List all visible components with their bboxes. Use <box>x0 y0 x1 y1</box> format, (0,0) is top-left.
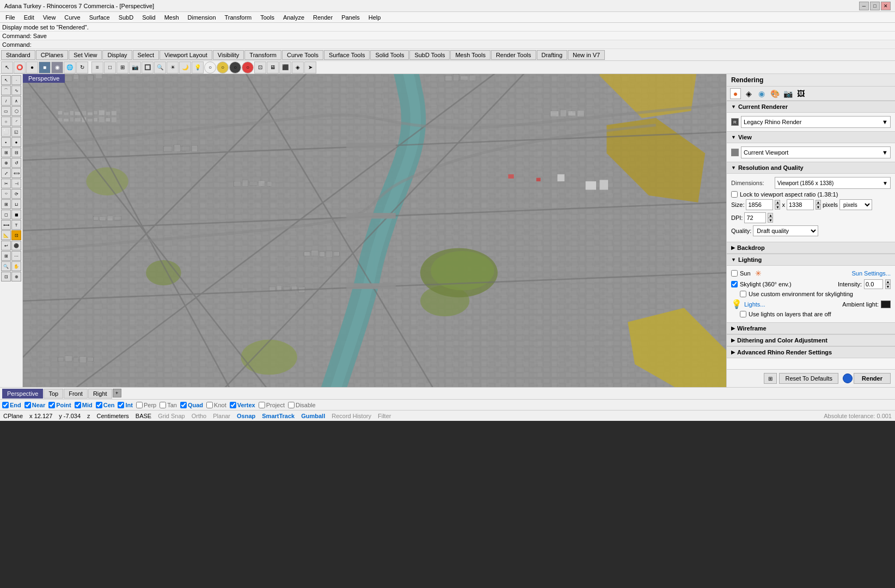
minimize-button[interactable]: ─ <box>859 2 869 10</box>
tab-solid-tools[interactable]: Solid Tools <box>370 50 409 60</box>
skylight-checkbox[interactable] <box>731 281 738 287</box>
polyline-tool[interactable]: ∧ <box>11 96 21 106</box>
tab-standard[interactable]: Standard <box>1 50 35 60</box>
smarttrack-label[interactable]: SmartTrack <box>262 413 295 419</box>
tab-transform[interactable]: Transform <box>244 50 281 60</box>
tab-new-v7[interactable]: New in V7 <box>568 50 605 60</box>
viewport-perspective-tab[interactable]: Perspective <box>23 74 65 83</box>
menu-subd[interactable]: SubD <box>115 13 137 22</box>
record-tool[interactable]: ⚫ <box>11 241 21 250</box>
monitor-icon[interactable]: 🖥 <box>267 62 279 74</box>
menu-panels[interactable]: Panels <box>338 13 363 22</box>
snap-tool[interactable]: ⊡ <box>11 230 21 240</box>
renderer-dropdown[interactable]: Legacy Rhino Render ▼ <box>741 116 891 128</box>
dpi-input[interactable] <box>744 212 766 223</box>
reset-defaults-button[interactable]: Reset To Defaults <box>779 373 838 384</box>
filter-label[interactable]: Filter <box>378 413 391 419</box>
close-button[interactable]: ✕ <box>881 2 891 10</box>
snap-disable-label[interactable]: Disable <box>296 402 316 408</box>
curve2-tool[interactable]: ∿ <box>11 85 21 95</box>
moon-icon[interactable]: 🌙 <box>179 62 191 74</box>
intensity-down[interactable]: ▼ <box>885 284 891 289</box>
environment-icon-btn[interactable]: ◉ <box>756 88 767 99</box>
intensity-up[interactable]: ▲ <box>885 279 891 284</box>
snap-near-checkbox[interactable] <box>24 402 31 408</box>
tab-display[interactable]: Display <box>102 50 132 60</box>
sun-settings-link[interactable]: Sun Settings... <box>851 270 891 277</box>
snap-project-checkbox[interactable] <box>259 402 265 408</box>
material-icon-btn[interactable]: ◈ <box>743 88 754 99</box>
line-tool[interactable]: / <box>1 96 11 106</box>
vp-tab-right[interactable]: Right <box>88 389 112 399</box>
circle-icon[interactable]: ● <box>26 62 38 74</box>
box-icon[interactable]: □ <box>104 62 116 74</box>
wireframe-section[interactable]: ▶ Wireframe <box>727 322 895 334</box>
current-renderer-section[interactable]: ▼ Current Renderer <box>727 101 895 113</box>
tab-setview[interactable]: Set View <box>69 50 102 60</box>
resolution-section[interactable]: ▼ Resolution and Quality <box>727 162 895 174</box>
sphere-tool[interactable]: ● <box>11 137 21 147</box>
tab-subd-tools[interactable]: SubD Tools <box>409 50 450 60</box>
zoom-icon[interactable]: 🔍 <box>154 62 166 74</box>
add-viewport-btn[interactable]: + <box>113 389 121 397</box>
snap-near-label[interactable]: Near <box>32 402 45 408</box>
texture-icon-btn[interactable]: 🎨 <box>769 88 780 99</box>
box-draw-tool[interactable]: ▪ <box>1 137 11 147</box>
snap-cen-label[interactable]: Cen <box>103 402 115 408</box>
vp-tab-top[interactable]: Top <box>44 389 63 399</box>
dpi-down[interactable]: ▼ <box>768 218 773 223</box>
menu-curve[interactable]: Curve <box>61 13 83 22</box>
snap-end-checkbox[interactable] <box>2 402 9 408</box>
rotate2-tool[interactable]: ↺ <box>11 158 21 168</box>
lasso-icon[interactable]: ⭕ <box>14 62 26 74</box>
snap-cen-checkbox[interactable] <box>96 402 102 408</box>
dpi-up[interactable]: ▲ <box>768 213 773 218</box>
join-tool[interactable]: ⊔ <box>11 199 21 209</box>
snap-vertex-checkbox[interactable] <box>230 402 236 408</box>
analyze-tool[interactable]: 📐 <box>1 230 11 240</box>
tab-curve-tools[interactable]: Curve Tools <box>282 50 323 60</box>
tab-viewport-layout[interactable]: Viewport Layout <box>160 50 212 60</box>
menu-file[interactable]: File <box>2 13 19 22</box>
render-icon-btn[interactable]: ● <box>730 88 741 99</box>
mesh-tool[interactable]: ⊞ <box>1 148 11 157</box>
view-dropdown[interactable]: Current Viewport ▼ <box>741 146 891 158</box>
select-tool[interactable]: ↖ <box>1 75 11 85</box>
text-tool[interactable]: T <box>11 220 21 230</box>
ortho-label[interactable]: Ortho <box>192 413 207 419</box>
menu-transform[interactable]: Transform <box>222 13 255 22</box>
menu-view[interactable]: View <box>40 13 59 22</box>
fillet-tool[interactable]: ⌔ <box>1 189 11 199</box>
dithering-section[interactable]: ▶ Dithering and Color Adjustment <box>727 334 895 346</box>
zoom2-tool[interactable]: 🔍 <box>1 261 11 271</box>
ambient-color-swatch[interactable] <box>881 301 891 308</box>
rotate-icon[interactable]: ↻ <box>76 62 88 74</box>
poly-tool[interactable]: ⬡ <box>11 106 21 116</box>
menu-solid[interactable]: Solid <box>139 13 158 22</box>
snap-vertex-label[interactable]: Vertex <box>237 402 255 408</box>
width-input[interactable] <box>746 199 773 210</box>
surface2-tool[interactable]: ◱ <box>11 127 21 137</box>
height-down[interactable]: ▼ <box>816 205 821 210</box>
extend-tool[interactable]: ⊣ <box>11 179 21 188</box>
snap-tan-checkbox[interactable] <box>160 402 166 408</box>
history-tool[interactable]: ↩ <box>1 241 11 250</box>
tab-cplanes[interactable]: CPlanes <box>36 50 69 60</box>
wire-tool[interactable]: ⊡ <box>1 272 11 281</box>
arrow-icon[interactable]: ➤ <box>304 62 316 74</box>
menu-render[interactable]: Render <box>310 13 336 22</box>
layer-icon[interactable]: ≡ <box>91 62 103 74</box>
dim-tool[interactable]: ⟷ <box>1 220 11 230</box>
command-area[interactable]: Command: <box>0 40 895 49</box>
camera-icon[interactable]: 📷 <box>129 62 141 74</box>
3d-icon2[interactable]: ◈ <box>292 62 304 74</box>
shaded-icon[interactable]: ■ <box>39 62 51 74</box>
snap-int-label[interactable]: Int <box>125 402 132 408</box>
snap-knot-label[interactable]: Knot <box>214 402 226 408</box>
grid-snap-label[interactable]: Grid Snap <box>158 413 185 419</box>
units-select[interactable]: pixels inches mm <box>839 199 872 210</box>
view-section[interactable]: ▼ View <box>727 131 895 143</box>
vp-tab-front[interactable]: Front <box>64 389 88 399</box>
dark-ball-icon[interactable]: ○ <box>229 62 241 74</box>
lock-ratio-checkbox[interactable] <box>731 191 738 198</box>
